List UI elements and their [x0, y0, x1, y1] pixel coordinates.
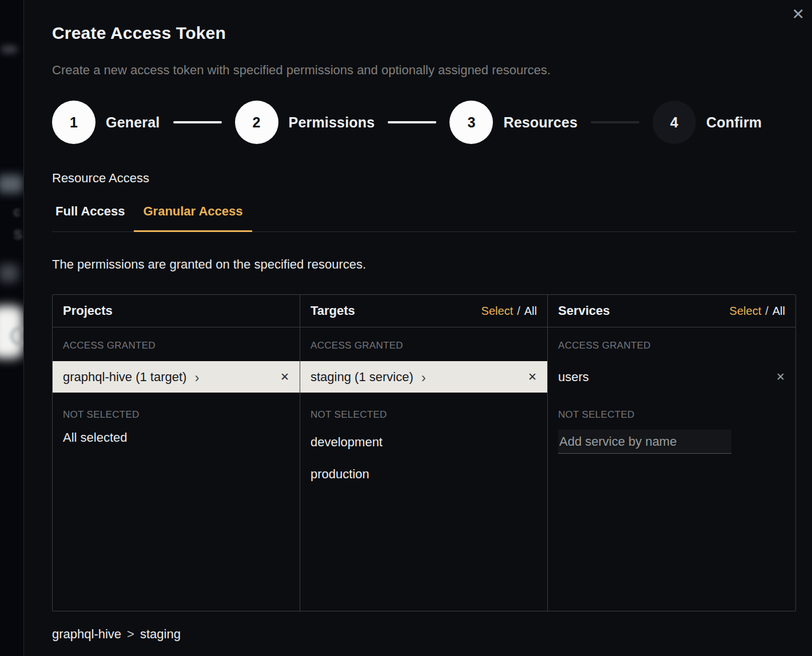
target-item-development[interactable]: development: [300, 426, 547, 458]
granted-project-content: graphql-hive (1 target) ›: [63, 370, 199, 385]
tab-granular-access[interactable]: Granular Access: [134, 204, 252, 232]
step-2-circle[interactable]: 2: [235, 101, 278, 144]
add-service-input[interactable]: [558, 430, 731, 454]
remove-project-icon[interactable]: ✕: [280, 370, 289, 383]
step-2-label: Permissions: [289, 114, 375, 131]
granular-access-description: The permissions are granted on the speci…: [52, 257, 796, 272]
projects-column-title: Projects: [63, 303, 113, 318]
stepper-connector: [591, 121, 639, 123]
access-granted-label: ACCESS GRANTED: [548, 340, 795, 351]
targets-not-selected-list: development production: [300, 426, 547, 490]
granted-target-row[interactable]: staging (1 service) › ✕: [300, 361, 547, 393]
stepper: 1 General 2 Permissions 3 Resources 4 Co…: [52, 101, 796, 144]
granted-project-row[interactable]: graphql-hive (1 target) › ✕: [53, 361, 300, 393]
resource-access-heading: Resource Access: [52, 171, 796, 186]
target-item-production[interactable]: production: [300, 458, 547, 490]
modal-subtitle: Create a new access token with specified…: [52, 63, 796, 78]
services-column: Services Select / All ACCESS GRANTED use…: [548, 295, 795, 611]
services-select-link[interactable]: Select: [730, 305, 762, 318]
targets-column-title: Targets: [311, 303, 355, 318]
access-granted-label: ACCESS GRANTED: [300, 340, 547, 351]
access-granted-label: ACCESS GRANTED: [53, 340, 300, 351]
background-blur-decoration: [1, 46, 17, 53]
granted-service-content: users: [558, 370, 589, 385]
background-blur-decoration: [0, 175, 23, 193]
breadcrumb-target: staging: [140, 627, 181, 642]
background-page: c S: [0, 0, 23, 656]
targets-select-all: Select / All: [481, 305, 537, 318]
services-column-title: Services: [558, 303, 610, 318]
select-all-separator: /: [765, 305, 769, 318]
granted-service-row[interactable]: users ✕: [548, 361, 795, 393]
step-4-circle[interactable]: 4: [652, 101, 696, 144]
step-permissions: 2 Permissions: [235, 101, 375, 144]
projects-all-selected-note: All selected: [53, 430, 300, 445]
chevron-right-icon: ›: [194, 371, 199, 385]
not-selected-label: NOT SELECTED: [300, 409, 547, 421]
not-selected-label: NOT SELECTED: [548, 409, 795, 421]
granted-project-label: graphql-hive (1 target): [63, 370, 186, 385]
step-general: 1 General: [52, 101, 160, 144]
breadcrumb: graphql-hive > staging: [52, 627, 796, 642]
resource-selection-table: Projects ACCESS GRANTED graphql-hive (1 …: [52, 294, 796, 611]
close-icon[interactable]: ✕: [791, 7, 805, 22]
step-4-label: Confirm: [706, 114, 762, 131]
step-3-label: Resources: [503, 114, 578, 131]
stepper-connector: [173, 121, 222, 123]
create-access-token-modal: ✕ Create Access Token Create a new acces…: [23, 0, 812, 656]
resource-access-tabs: Full Access Granular Access: [52, 204, 796, 232]
step-1-circle[interactable]: 1: [52, 101, 95, 144]
background-blur-text: S: [14, 227, 22, 242]
granted-target-content: staging (1 service) ›: [311, 370, 426, 385]
breadcrumb-separator: >: [127, 627, 134, 642]
targets-all-link[interactable]: All: [524, 305, 537, 318]
breadcrumb-project: graphql-hive: [52, 627, 121, 642]
projects-column: Projects ACCESS GRANTED graphql-hive (1 …: [53, 295, 300, 611]
step-resources: 3 Resources: [449, 101, 578, 144]
step-3-circle[interactable]: 3: [449, 101, 493, 144]
step-1-label: General: [106, 114, 160, 131]
select-all-separator: /: [517, 305, 520, 318]
targets-select-link[interactable]: Select: [481, 305, 514, 318]
chevron-right-icon: ›: [421, 371, 426, 385]
targets-column-header: Targets Select / All: [300, 295, 547, 327]
remove-service-icon[interactable]: ✕: [776, 370, 785, 383]
projects-column-header: Projects: [53, 295, 300, 327]
background-blur-decoration: [0, 264, 18, 282]
not-selected-label: NOT SELECTED: [53, 409, 300, 421]
services-select-all: Select / All: [730, 305, 785, 318]
stepper-connector: [388, 121, 436, 123]
services-column-header: Services Select / All: [548, 295, 795, 327]
remove-target-icon[interactable]: ✕: [528, 370, 537, 383]
granted-target-label: staging (1 service): [311, 370, 413, 385]
step-confirm: 4 Confirm: [652, 101, 762, 144]
targets-column: Targets Select / All ACCESS GRANTED stag…: [300, 295, 548, 611]
modal-title: Create Access Token: [52, 23, 796, 43]
tab-full-access[interactable]: Full Access: [52, 204, 134, 232]
background-blur-text: c: [14, 205, 20, 219]
services-all-link[interactable]: All: [773, 305, 785, 318]
granted-service-label: users: [558, 370, 589, 385]
